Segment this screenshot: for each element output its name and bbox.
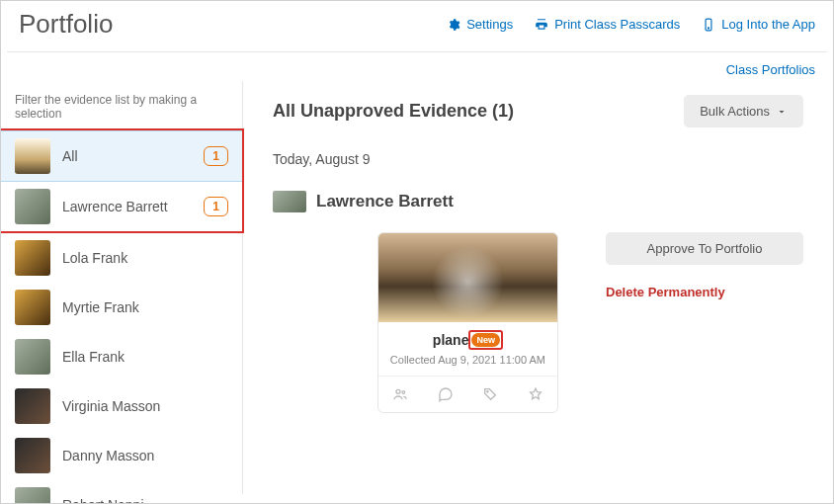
avatar	[15, 240, 50, 276]
sidebar-item-label: Robert Nanni	[62, 497, 228, 504]
sidebar-item-label: Myrtie Frank	[62, 299, 228, 316]
sidebar-item-student[interactable]: Robert Nanni	[1, 480, 242, 504]
svg-point-4	[487, 391, 488, 392]
print-passcards-link[interactable]: Print Class Passcards	[535, 17, 680, 32]
sidebar-item-student[interactable]: Danny Masson	[1, 431, 242, 480]
avatar	[15, 339, 50, 375]
sidebar-item-student[interactable]: Lawrence Barrett 1	[1, 182, 242, 231]
sidebar-item-label: Ella Frank	[62, 349, 228, 366]
sidebar-item-student[interactable]: Virginia Masson	[1, 381, 242, 431]
student-sidebar: Filter the evidence list by making a sel…	[1, 81, 243, 494]
evidence-image	[378, 233, 557, 322]
sidebar-item-label: Lawrence Barrett	[62, 199, 192, 215]
svg-point-1	[709, 27, 709, 28]
evidence-title: plane	[433, 332, 469, 348]
approve-button[interactable]: Approve To Portfolio	[606, 232, 803, 265]
class-portfolios-link[interactable]: Class Portfolios	[726, 62, 815, 77]
chevron-down-icon	[776, 106, 788, 118]
avatar	[15, 138, 50, 174]
highlighted-selection: All 1 Lawrence Barrett 1	[0, 128, 244, 233]
evidence-heading: All Unapproved Evidence (1)	[273, 101, 684, 122]
date-heading: Today, August 9	[273, 151, 803, 167]
sidebar-item-label: Lola Frank	[62, 250, 228, 267]
new-badge-highlight: New	[468, 330, 503, 350]
sidebar-item-all[interactable]: All 1	[1, 130, 242, 182]
student-name-heading: Lawrence Barrett	[316, 192, 454, 211]
svg-point-2	[396, 389, 400, 393]
avatar	[15, 487, 50, 504]
new-badge: New	[471, 333, 500, 347]
avatar	[15, 189, 50, 224]
count-badge: 1	[204, 197, 228, 216]
count-badge: 1	[204, 146, 228, 166]
sidebar-item-label: All	[62, 148, 192, 165]
main-panel: All Unapproved Evidence (1) Bulk Actions…	[243, 81, 833, 494]
evidence-card[interactable]: plane New Collected Aug 9, 2021 11:00 AM	[377, 232, 558, 413]
people-icon[interactable]	[392, 386, 408, 402]
gear-icon	[447, 18, 460, 32]
avatar	[15, 438, 50, 473]
star-icon[interactable]	[528, 386, 543, 402]
filter-instruction: Filter the evidence list by making a sel…	[1, 89, 242, 128]
sidebar-item-label: Danny Masson	[62, 448, 228, 464]
print-label: Print Class Passcards	[554, 17, 680, 32]
avatar	[15, 290, 50, 325]
printer-icon	[535, 18, 548, 32]
delete-link[interactable]: Delete Permanently	[606, 285, 725, 299]
bulk-actions-button[interactable]: Bulk Actions	[684, 95, 803, 127]
login-app-link[interactable]: Log Into the App	[702, 17, 815, 32]
bulk-actions-label: Bulk Actions	[700, 104, 770, 119]
sidebar-item-student[interactable]: Myrtie Frank	[1, 283, 242, 332]
settings-label: Settings	[466, 17, 513, 32]
svg-point-3	[402, 391, 405, 394]
sidebar-item-student[interactable]: Ella Frank	[1, 332, 242, 381]
comment-icon[interactable]	[438, 386, 454, 402]
settings-link[interactable]: Settings	[447, 17, 513, 32]
phone-icon	[702, 18, 715, 32]
sidebar-item-label: Virginia Masson	[62, 398, 228, 415]
avatar	[15, 388, 50, 424]
sidebar-item-student[interactable]: Lola Frank	[1, 233, 242, 283]
student-thumb	[273, 191, 306, 212]
login-label: Log Into the App	[721, 17, 815, 32]
tag-icon[interactable]	[482, 386, 498, 402]
page-title: Portfolio	[19, 9, 113, 40]
evidence-timestamp: Collected Aug 9, 2021 11:00 AM	[384, 354, 551, 366]
